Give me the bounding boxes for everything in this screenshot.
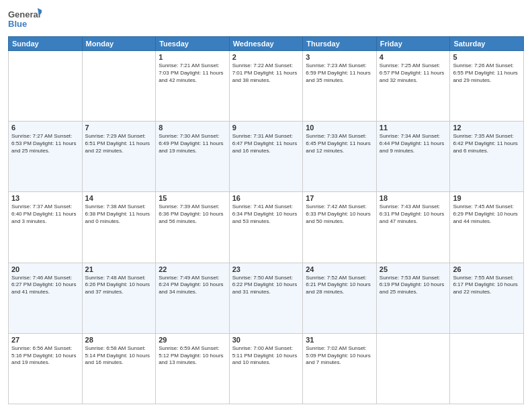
- day-info: Sunrise: 7:21 AM Sunset: 7:03 PM Dayligh…: [159, 62, 226, 84]
- calendar-cell: 8Sunrise: 7:30 AM Sunset: 6:49 PM Daylig…: [156, 122, 230, 192]
- week-row-4: 27Sunrise: 6:56 AM Sunset: 5:16 PM Dayli…: [9, 333, 524, 404]
- week-row-3: 20Sunrise: 7:46 AM Sunset: 6:27 PM Dayli…: [9, 263, 524, 333]
- calendar-cell: [450, 333, 524, 404]
- calendar-cell: 15Sunrise: 7:39 AM Sunset: 6:36 PM Dayli…: [156, 192, 230, 263]
- day-info: Sunrise: 7:00 AM Sunset: 5:11 PM Dayligh…: [232, 345, 300, 367]
- calendar-cell: 30Sunrise: 7:00 AM Sunset: 5:11 PM Dayli…: [229, 333, 303, 404]
- calendar-cell: 18Sunrise: 7:43 AM Sunset: 6:31 PM Dayli…: [376, 192, 450, 263]
- logo: General Blue: [8, 7, 42, 32]
- day-info: Sunrise: 6:58 AM Sunset: 5:14 PM Dayligh…: [85, 345, 153, 367]
- day-info: Sunrise: 7:55 AM Sunset: 6:17 PM Dayligh…: [453, 275, 521, 296]
- calendar-cell: 28Sunrise: 6:58 AM Sunset: 5:14 PM Dayli…: [82, 333, 156, 404]
- day-info: Sunrise: 7:02 AM Sunset: 5:09 PM Dayligh…: [306, 345, 373, 367]
- day-number: 8: [159, 124, 226, 132]
- day-number: 3: [306, 53, 373, 61]
- day-info: Sunrise: 6:59 AM Sunset: 5:12 PM Dayligh…: [159, 345, 226, 367]
- day-number: 30: [232, 336, 300, 344]
- day-number: 2: [232, 53, 300, 61]
- day-info: Sunrise: 7:52 AM Sunset: 6:21 PM Dayligh…: [306, 275, 373, 296]
- calendar-cell: 3Sunrise: 7:23 AM Sunset: 6:59 PM Daylig…: [303, 51, 377, 122]
- day-info: Sunrise: 7:37 AM Sunset: 6:40 PM Dayligh…: [11, 203, 79, 225]
- day-info: Sunrise: 7:33 AM Sunset: 6:45 PM Dayligh…: [306, 133, 373, 154]
- calendar-cell: 2Sunrise: 7:22 AM Sunset: 7:01 PM Daylig…: [229, 51, 303, 122]
- weekday-thursday: Thursday: [303, 37, 377, 51]
- calendar-cell: 12Sunrise: 7:35 AM Sunset: 6:42 PM Dayli…: [450, 122, 524, 192]
- day-info: Sunrise: 7:29 AM Sunset: 6:51 PM Dayligh…: [85, 133, 153, 154]
- day-info: Sunrise: 7:35 AM Sunset: 6:42 PM Dayligh…: [453, 133, 521, 154]
- calendar-cell: 19Sunrise: 7:45 AM Sunset: 6:29 PM Dayli…: [450, 192, 524, 263]
- calendar-cell: 10Sunrise: 7:33 AM Sunset: 6:45 PM Dayli…: [303, 122, 377, 192]
- day-number: 5: [453, 53, 521, 61]
- page: General Blue SundayMondayTuesdayWednesda…: [0, 0, 532, 411]
- week-row-1: 6Sunrise: 7:27 AM Sunset: 6:53 PM Daylig…: [9, 122, 524, 192]
- day-info: Sunrise: 7:53 AM Sunset: 6:19 PM Dayligh…: [380, 275, 447, 296]
- day-number: 4: [380, 53, 447, 61]
- calendar-cell: 16Sunrise: 7:41 AM Sunset: 6:34 PM Dayli…: [229, 192, 303, 263]
- day-number: 13: [11, 194, 79, 202]
- day-number: 6: [11, 124, 79, 132]
- day-info: Sunrise: 7:23 AM Sunset: 6:59 PM Dayligh…: [306, 62, 373, 84]
- calendar-table: SundayMondayTuesdayWednesdayThursdayFrid…: [8, 36, 524, 404]
- day-number: 28: [85, 336, 153, 344]
- day-info: Sunrise: 7:41 AM Sunset: 6:34 PM Dayligh…: [232, 203, 300, 225]
- header: General Blue: [8, 7, 524, 32]
- day-info: Sunrise: 7:49 AM Sunset: 6:24 PM Dayligh…: [159, 275, 226, 296]
- day-number: 27: [11, 336, 79, 344]
- day-number: 14: [85, 194, 153, 202]
- weekday-sunday: Sunday: [9, 37, 83, 51]
- day-info: Sunrise: 7:31 AM Sunset: 6:47 PM Dayligh…: [232, 133, 300, 154]
- calendar-cell: 9Sunrise: 7:31 AM Sunset: 6:47 PM Daylig…: [229, 122, 303, 192]
- logo-svg: General Blue: [8, 7, 42, 32]
- calendar-cell: 11Sunrise: 7:34 AM Sunset: 6:44 PM Dayli…: [376, 122, 450, 192]
- calendar-cell: 25Sunrise: 7:53 AM Sunset: 6:19 PM Dayli…: [376, 263, 450, 333]
- weekday-monday: Monday: [82, 37, 156, 51]
- calendar-cell: 5Sunrise: 7:26 AM Sunset: 6:55 PM Daylig…: [450, 51, 524, 122]
- day-info: Sunrise: 7:46 AM Sunset: 6:27 PM Dayligh…: [11, 275, 79, 296]
- day-info: Sunrise: 7:26 AM Sunset: 6:55 PM Dayligh…: [453, 62, 521, 84]
- day-info: Sunrise: 7:27 AM Sunset: 6:53 PM Dayligh…: [11, 133, 79, 154]
- calendar-cell: 21Sunrise: 7:48 AM Sunset: 6:26 PM Dayli…: [82, 263, 156, 333]
- day-info: Sunrise: 7:43 AM Sunset: 6:31 PM Dayligh…: [380, 203, 447, 225]
- calendar-cell: [376, 333, 450, 404]
- day-number: 20: [11, 265, 79, 273]
- day-info: Sunrise: 6:56 AM Sunset: 5:16 PM Dayligh…: [11, 345, 79, 367]
- svg-text:Blue: Blue: [8, 19, 27, 29]
- calendar-cell: [9, 51, 83, 122]
- day-number: 31: [306, 336, 373, 344]
- calendar-cell: 6Sunrise: 7:27 AM Sunset: 6:53 PM Daylig…: [9, 122, 83, 192]
- calendar-cell: 22Sunrise: 7:49 AM Sunset: 6:24 PM Dayli…: [156, 263, 230, 333]
- day-info: Sunrise: 7:39 AM Sunset: 6:36 PM Dayligh…: [159, 203, 226, 225]
- day-number: 12: [453, 124, 521, 132]
- day-number: 18: [380, 194, 447, 202]
- day-number: 16: [232, 194, 300, 202]
- day-number: 17: [306, 194, 373, 202]
- day-number: 26: [453, 265, 521, 273]
- day-info: Sunrise: 7:22 AM Sunset: 7:01 PM Dayligh…: [232, 62, 300, 84]
- calendar-cell: 26Sunrise: 7:55 AM Sunset: 6:17 PM Dayli…: [450, 263, 524, 333]
- svg-text:General: General: [8, 9, 40, 19]
- calendar-cell: 14Sunrise: 7:38 AM Sunset: 6:38 PM Dayli…: [82, 192, 156, 263]
- calendar-cell: 23Sunrise: 7:50 AM Sunset: 6:22 PM Dayli…: [229, 263, 303, 333]
- day-number: 10: [306, 124, 373, 132]
- day-number: 1: [159, 53, 226, 61]
- weekday-header-row: SundayMondayTuesdayWednesdayThursdayFrid…: [9, 37, 524, 51]
- day-info: Sunrise: 7:45 AM Sunset: 6:29 PM Dayligh…: [453, 203, 521, 225]
- day-number: 25: [380, 265, 447, 273]
- calendar-cell: 29Sunrise: 6:59 AM Sunset: 5:12 PM Dayli…: [156, 333, 230, 404]
- day-number: 29: [159, 336, 226, 344]
- day-info: Sunrise: 7:38 AM Sunset: 6:38 PM Dayligh…: [85, 203, 153, 225]
- day-number: 9: [232, 124, 300, 132]
- day-info: Sunrise: 7:48 AM Sunset: 6:26 PM Dayligh…: [85, 275, 153, 296]
- calendar-cell: 13Sunrise: 7:37 AM Sunset: 6:40 PM Dayli…: [9, 192, 83, 263]
- weekday-friday: Friday: [376, 37, 450, 51]
- day-number: 15: [159, 194, 226, 202]
- weekday-tuesday: Tuesday: [156, 37, 230, 51]
- calendar-cell: 24Sunrise: 7:52 AM Sunset: 6:21 PM Dayli…: [303, 263, 377, 333]
- day-number: 23: [232, 265, 300, 273]
- week-row-2: 13Sunrise: 7:37 AM Sunset: 6:40 PM Dayli…: [9, 192, 524, 263]
- day-info: Sunrise: 7:50 AM Sunset: 6:22 PM Dayligh…: [232, 275, 300, 296]
- calendar-cell: 7Sunrise: 7:29 AM Sunset: 6:51 PM Daylig…: [82, 122, 156, 192]
- week-row-0: 1Sunrise: 7:21 AM Sunset: 7:03 PM Daylig…: [9, 51, 524, 122]
- weekday-wednesday: Wednesday: [229, 37, 303, 51]
- calendar-cell: [82, 51, 156, 122]
